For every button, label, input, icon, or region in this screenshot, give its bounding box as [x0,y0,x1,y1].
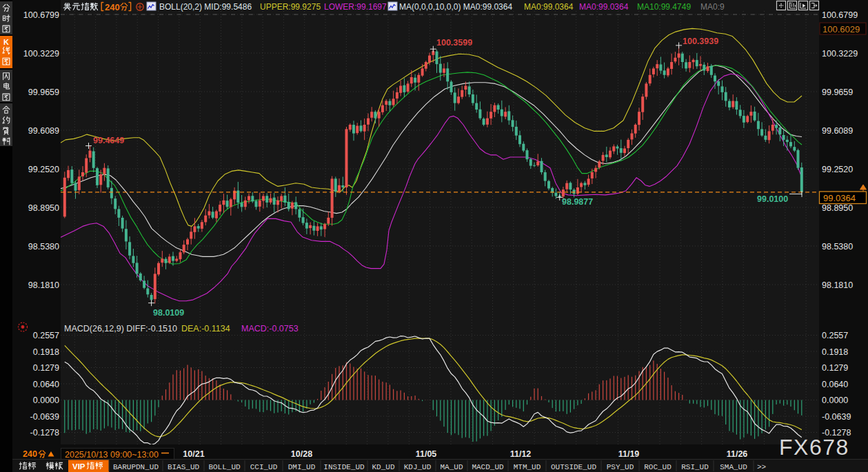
svg-text:240: 240 [23,449,37,459]
svg-text:SMA_UD: SMA_UD [720,463,747,471]
svg-text:MA0:99.0364: MA0:99.0364 [579,2,629,12]
svg-text:100.6799: 100.6799 [822,10,858,20]
svg-text:98.8950: 98.8950 [28,203,59,213]
svg-text:99.4649: 99.4649 [93,136,124,145]
svg-text:MA10:99.4749: MA10:99.4749 [637,2,691,12]
svg-text:MTM_UD: MTM_UD [514,463,541,471]
svg-text:PSY_UD: PSY_UD [607,463,634,471]
svg-text:11/26: 11/26 [727,449,748,459]
svg-text:11/19: 11/19 [618,449,640,459]
svg-text:98.9877: 98.9877 [562,197,593,207]
svg-text:DMI_UD: DMI_UD [288,463,316,471]
svg-text:KD_UD: KD_UD [372,463,394,471]
svg-text:100.6029: 100.6029 [822,24,860,34]
svg-text:0.0640: 0.0640 [33,380,59,389]
svg-text:OUTSIDE_UD: OUTSIDE_UD [551,463,596,471]
svg-text:0.0000: 0.0000 [822,396,848,405]
svg-text:MA_UD: MA_UD [440,463,463,471]
svg-text:RSI_UD: RSI_UD [681,463,709,471]
svg-text:0.1279: 0.1279 [822,363,848,373]
svg-text:0.2557: 0.2557 [33,331,59,340]
svg-text:-0.1278: -0.1278 [30,428,59,438]
svg-text:10/28: 10/28 [291,449,312,459]
svg-text:2025/10/13 09:00~13:00: 2025/10/13 09:00~13:00 [65,450,159,460]
svg-text:0.1918: 0.1918 [822,347,848,357]
svg-text:99.2520: 99.2520 [822,165,853,174]
svg-text:K: K [3,38,9,46]
svg-text:98.5380: 98.5380 [822,242,853,252]
svg-text:99.9659: 99.9659 [822,88,853,97]
svg-text:VIP: VIP [72,462,85,471]
svg-text:100.3599: 100.3599 [436,38,472,48]
svg-text:INSIDE_UD: INSIDE_UD [323,463,365,471]
svg-text:MA0:99.0364: MA0:99.0364 [524,2,574,12]
svg-text:0.1918: 0.1918 [33,347,59,357]
svg-text:CCI_UD: CCI_UD [250,463,278,471]
svg-text:LOWER:99.1697: LOWER:99.1697 [324,2,387,12]
svg-text:MACD:-0.0753: MACD:-0.0753 [241,324,299,334]
svg-text:-0.0639: -0.0639 [30,412,59,422]
svg-text:KDJ_UD: KDJ_UD [404,463,432,471]
svg-text:11/05: 11/05 [416,449,437,459]
svg-text:98.0109: 98.0109 [153,308,184,318]
svg-text:100.3939: 100.3939 [683,37,718,46]
svg-text:100.3229: 100.3229 [23,49,59,59]
svg-text:98.8950: 98.8950 [822,203,853,213]
svg-text:>>: >> [757,463,766,471]
svg-text:98.1810: 98.1810 [28,280,59,290]
svg-text:99.6089: 99.6089 [822,126,853,136]
svg-text:100.6799: 100.6799 [23,10,59,20]
svg-text:11/12: 11/12 [510,449,532,459]
svg-text:99.0364: 99.0364 [823,193,856,203]
svg-text:BOLL(20,2) MID:99.5486: BOLL(20,2) MID:99.5486 [159,2,252,12]
svg-text:UPPER:99.9275: UPPER:99.9275 [260,2,321,12]
svg-text:0.0640: 0.0640 [822,380,848,389]
svg-text:ROC_UD: ROC_UD [644,463,672,471]
svg-text:98.1810: 98.1810 [822,280,853,290]
svg-text:FX678: FX678 [779,435,849,460]
svg-text:BIAS_UD: BIAS_UD [168,463,200,471]
svg-text:MA0:9: MA0:9 [700,2,725,12]
svg-text:0.2557: 0.2557 [822,331,848,340]
svg-text:10/21: 10/21 [183,449,204,459]
svg-text:DEA:-0.1134: DEA:-0.1134 [181,324,230,334]
svg-text:0.1279: 0.1279 [33,363,59,373]
svg-text:MACD_UD: MACD_UD [472,463,504,471]
svg-text:98.5380: 98.5380 [28,242,59,252]
svg-text:MACD(26,12,9) DIFF:-0.1510: MACD(26,12,9) DIFF:-0.1510 [64,324,177,334]
svg-text:BARUPDN_UD: BARUPDN_UD [113,463,159,471]
svg-text:0.0000: 0.0000 [33,396,59,405]
svg-text:100.3229: 100.3229 [822,49,858,59]
svg-text:-0.0639: -0.0639 [822,412,851,422]
svg-text:99.9659: 99.9659 [28,88,59,97]
svg-text:MA(0,0,0,10,0,0) MA0:99.0364: MA(0,0,0,10,0,0) MA0:99.0364 [399,2,512,12]
svg-text:99.2520: 99.2520 [28,165,59,174]
svg-text:99.0100: 99.0100 [757,194,788,204]
svg-text:99.6089: 99.6089 [28,126,59,136]
svg-text:BOLL_UD: BOLL_UD [208,463,241,471]
svg-text:240: 240 [105,2,120,12]
